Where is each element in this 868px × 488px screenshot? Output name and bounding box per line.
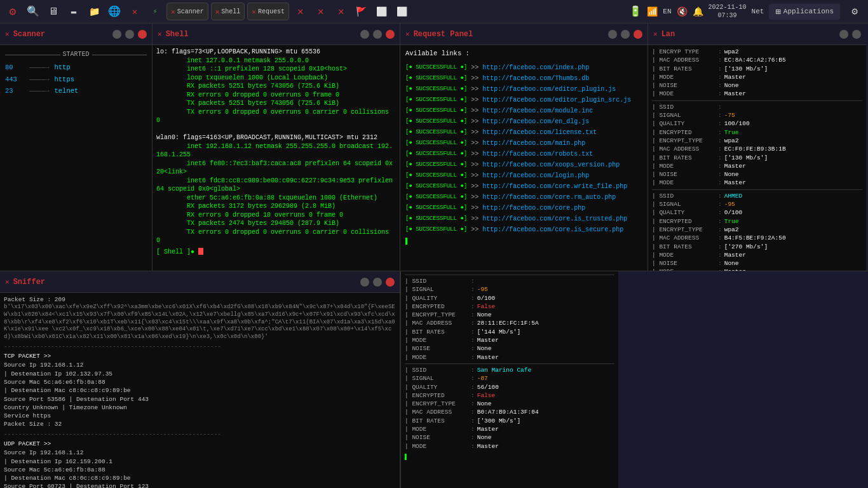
taskbar: ⚙ 🔍 🖥 ▬ 📁 🌐 ✕ ⚡ ✕ Scanner ✕ Shell ✕ Requ…: [0, 0, 868, 24]
packet-size-1: Packet Size : 209: [4, 295, 396, 304]
taskbar-icon-files[interactable]: 📁: [85, 3, 103, 20]
signal-icon: 📶: [647, 6, 658, 17]
bell-icon[interactable]: 🔔: [693, 6, 703, 17]
taskbar-app-2[interactable]: ✕ Shell: [211, 3, 245, 20]
lan-divider-3: [405, 274, 614, 275]
scanner-port-443: 443 ————→ https: [5, 75, 147, 85]
shell-line: wlan0: flags=4163<UP,BROADCAST,RUNNING,M…: [156, 133, 396, 142]
shell-title: Shell: [166, 30, 356, 39]
sniffer-minimize[interactable]: [360, 278, 369, 287]
lan-net-3-encrypt-type: | ENCRYPT_TYPE : wpa2: [652, 226, 862, 234]
taskbar-icon-search[interactable]: 🔍: [24, 3, 42, 20]
lan-panel-bottom: | SSID : | SIGNAL : -95 | QUALITY : 0/10…: [400, 271, 618, 488]
request-maximize[interactable]: [621, 30, 630, 39]
volume-icon[interactable]: 🔇: [677, 6, 688, 17]
shell-line: inet 192.168.1.12 netmask 255.255.255.0 …: [156, 142, 396, 151]
taskbar-icon-sq1[interactable]: ⬜: [373, 3, 391, 20]
lan-net-2-mode: | MODE : Master: [652, 162, 862, 170]
taskbar-icon-terminal[interactable]: 🖥: [44, 3, 62, 20]
req-link-4: [● SUCSCESSFULL ●] >> http://faceboo.com…: [405, 96, 642, 105]
lan-net-5-encrypt-type: | ENCRYPT_TYPE : None: [405, 400, 614, 408]
lan-net-4-encrypted: | ENCRYPTED : False: [405, 302, 614, 311]
sniffer-icon: ✕: [5, 278, 10, 286]
lang-indicator[interactable]: EN: [663, 8, 671, 15]
lan-net-4-mode: | MODE : Master: [405, 336, 614, 344]
taskbar-icon-bug[interactable]: ✕: [126, 3, 144, 20]
sniffer-maximize[interactable]: [373, 278, 382, 287]
req-link-3: [● SUCSCESSFULL ●] >> http://faceboo.com…: [405, 85, 642, 94]
lan-net-1-mode2: | MODE : Master: [652, 90, 862, 98]
shell-line: [156, 125, 396, 134]
sniffer-divider-2: ----------------------------------------…: [4, 430, 396, 438]
taskbar-icon-red2[interactable]: ✕: [312, 3, 330, 20]
lan-net-5-mode2: | MODE : Master: [405, 442, 614, 451]
sniffer-title: Sniffer: [13, 278, 356, 287]
taskbar-icon-red3[interactable]: ✕: [332, 3, 350, 20]
lan-minimize[interactable]: [839, 30, 848, 39]
scanner-header: ✕ Scanner: [0, 24, 152, 45]
scanner-close[interactable]: [138, 30, 147, 39]
req-link-6: [● SUCSCESSFULL ●] >> http://faceboo.com…: [405, 118, 642, 126]
req-link-1: [● SUCSCESSFULL ●] >> http://faceboo.com…: [405, 64, 642, 72]
request-header: ✕ Request Panel: [400, 24, 648, 45]
req-link-9: [● SUCSCESSFULL ●] >> http://faceboo.com…: [405, 150, 642, 159]
lan-net-4-noise: | NOISE : None: [405, 344, 614, 353]
service-name: http: [55, 63, 71, 72]
shell-line: inet 127.0.0.1 netmask 255.0.0.0: [156, 57, 396, 65]
taskbar-app-3[interactable]: ✕ Request: [247, 3, 289, 20]
udp-src-mac: Source Mac 5c:a6:e6:fb:0a:88: [4, 466, 396, 474]
lan-net-2-mode2: | MODE : Master: [652, 179, 862, 187]
shell-header: ✕ Shell: [153, 24, 400, 45]
lan-net-5-ssid: | SSID : San Marino Cafe: [405, 366, 614, 374]
req-link-14: [● SUCSCESSFULL ●] >> http://faceboo.com…: [405, 204, 642, 213]
lan-net-1-mode: | MODE : Master: [652, 73, 862, 81]
shell-prompt[interactable]: [ Shell ]●: [156, 248, 396, 257]
taskbar-icon-flag[interactable]: 🚩: [353, 3, 370, 20]
taskbar-icon-monitor[interactable]: ▬: [65, 3, 83, 20]
shell-content[interactable]: lo: flags=73<UP,LOOPBACK,RUNNING> mtu 65…: [153, 45, 400, 271]
lan-net-5-bitrate: | BIT RATES : ['300 Mb/s']: [405, 417, 614, 425]
taskbar-icon-red1[interactable]: ✕: [292, 3, 309, 20]
lan-net-3-signal: | SIGNAL : -95: [652, 200, 862, 208]
net-label: Net: [752, 8, 764, 15]
sniffer-close[interactable]: [386, 278, 395, 287]
shell-line: 0: [156, 116, 396, 125]
lan-net-2-quality: | QUALITY : 100/100: [652, 119, 862, 128]
scanner-title: Scanner: [13, 30, 109, 39]
shell-line: inet6 fe80::7ec3:baf3:caca:ac8 prefixlen…: [156, 159, 396, 168]
lan-net-2-bitrate: | BIT RATES : ['130 Mb/s']: [652, 154, 862, 162]
settings-button[interactable]: ⚙: [845, 2, 864, 21]
lan-net-3-ssid: | SSID : AHMED: [652, 192, 862, 200]
request-minimize[interactable]: [608, 30, 617, 39]
datetime-display: 2022-11-10 07:39: [709, 3, 747, 20]
lan-net-5-encrypted: | ENCRYPTED : False: [405, 391, 614, 400]
taskbar-app-1[interactable]: ✕ Scanner: [166, 3, 208, 20]
lan-maximize[interactable]: [852, 30, 861, 39]
req-link-5: [● SUCSCESSFULL ●] >> http://faceboo.com…: [405, 107, 642, 116]
scanner-minimize[interactable]: [112, 30, 121, 39]
shell-line: TX errors 0 dropped 0 overruns 0 carrier…: [156, 228, 396, 237]
tcp-src-port: Source Port 53586 | Destenation Port 443: [4, 395, 396, 403]
scanner-icon: ✕: [5, 30, 10, 38]
shell-close[interactable]: [386, 30, 395, 39]
request-close[interactable]: [634, 30, 642, 39]
shell-maximize[interactable]: [373, 30, 382, 39]
req-link-7: [● SUCSCESSFULL ●] >> http://faceboo.com…: [405, 128, 642, 137]
taskbar-icon-kali[interactable]: ⚙: [4, 3, 22, 20]
scanner-content: STARTED 80 ————→ http 443 ————→ https: [0, 45, 152, 271]
taskbar-icon-sq2[interactable]: ⬜: [393, 3, 411, 20]
lan-net-3-mac: | MAC ADDRESS : B4:F5:BE:F9:2A:50: [652, 234, 862, 242]
taskbar-icon-browser[interactable]: 🌐: [105, 3, 123, 20]
req-link-11: [● SUCSCESSFULL ●] >> http://faceboo.com…: [405, 172, 642, 180]
shell-minimize[interactable]: [360, 30, 369, 39]
applications-menu[interactable]: ⊞ Applications: [769, 4, 840, 20]
req-link-10: [● SUCSCESSFULL ●] >> http://faceboo.com…: [405, 161, 642, 170]
taskbar-icon-burp[interactable]: ⚡: [146, 3, 164, 20]
lan-divider-4: [405, 363, 614, 364]
shell-line: TX errors 0 dropped 0 overruns 0 carrier…: [156, 108, 396, 117]
lan-net-5-noise: | NOISE : None: [405, 433, 614, 442]
scanner-maximize[interactable]: [125, 30, 134, 39]
lan-net-3-quality: | QUALITY : 0/100: [652, 208, 862, 217]
battery-icon: 🔋: [629, 5, 642, 18]
lan-net-5-quality: | QUALITY : 56/100: [405, 383, 614, 391]
